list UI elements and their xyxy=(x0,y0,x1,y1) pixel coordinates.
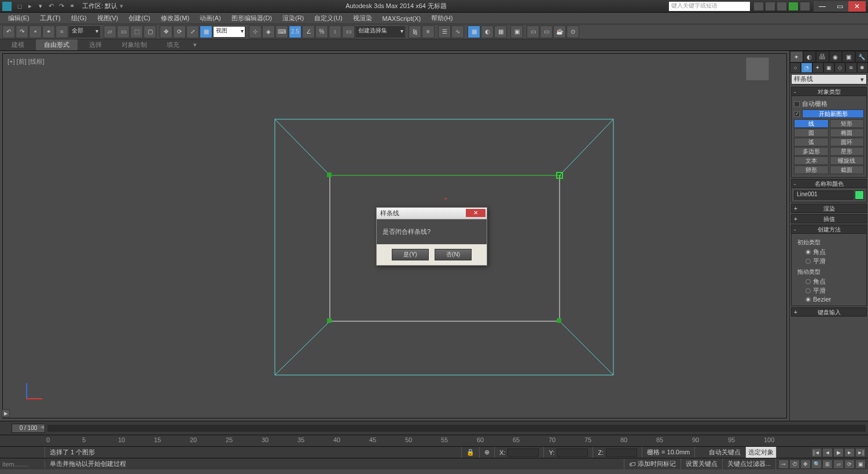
nav-zoomall-icon[interactable]: ⊞ xyxy=(822,460,833,469)
key-mode-icon[interactable]: ⊸ xyxy=(778,460,789,469)
tool-snap[interactable]: 2.5 xyxy=(289,25,301,38)
search-input[interactable]: 键入关键字或短语 xyxy=(669,2,750,11)
dialog-close-icon[interactable]: ✕ xyxy=(466,209,486,217)
btn-line[interactable]: 线 xyxy=(794,119,829,128)
save-icon[interactable]: ▾ xyxy=(36,2,45,11)
tab-model[interactable]: 建模 xyxy=(3,39,32,50)
tool-render-online[interactable]: ⊙ xyxy=(567,25,579,38)
category-combo[interactable]: 样条线 xyxy=(791,74,867,84)
rollout-render[interactable]: 渲染 xyxy=(791,204,867,213)
tool-rotate[interactable]: ⟳ xyxy=(173,25,186,38)
selset-combo[interactable]: 创建选择集 xyxy=(355,26,405,38)
radio-init-smooth[interactable] xyxy=(806,259,811,264)
menu-customize[interactable]: 自定义(U) xyxy=(310,13,347,24)
rollout-namecolor[interactable]: 名称和颜色 xyxy=(791,179,867,188)
redo-icon[interactable]: ↷ xyxy=(57,2,66,11)
btn-startnew[interactable]: 开始新图形 xyxy=(802,109,864,118)
tool-rect[interactable]: ⬚ xyxy=(130,25,143,38)
nav-pan-icon[interactable]: ✥ xyxy=(800,460,811,469)
color-swatch[interactable] xyxy=(855,190,864,200)
goto-end-icon[interactable]: ►| xyxy=(855,448,866,457)
tab-freeform[interactable]: 自由形式 xyxy=(36,39,78,50)
tool-bind[interactable]: ≈ xyxy=(56,25,68,38)
btn-egg[interactable]: 卵形 xyxy=(794,166,829,174)
dialog-yes-button[interactable]: 是(Y) xyxy=(392,249,429,260)
cmdtab-utilities[interactable]: 🔧 xyxy=(855,51,869,63)
menu-create[interactable]: 创建(C) xyxy=(124,13,155,24)
open-icon[interactable]: ▸ xyxy=(25,2,35,11)
tool-window[interactable]: ▢ xyxy=(144,25,156,38)
tab-populate[interactable]: 填充 xyxy=(159,39,187,50)
radio-init-corner[interactable] xyxy=(806,249,811,255)
dialog-no-button[interactable]: 否(N) xyxy=(435,249,472,260)
exchange-btn[interactable] xyxy=(777,2,787,11)
minimize-button[interactable]: — xyxy=(814,1,831,12)
timeline[interactable]: 0 / 100 xyxy=(0,421,868,435)
chk-autogrid[interactable] xyxy=(794,101,800,107)
play-icon[interactable]: ▶ xyxy=(833,448,844,457)
keymode-combo[interactable]: 选定对象 xyxy=(746,447,777,458)
tool-undo[interactable]: ↶ xyxy=(2,25,15,38)
next-frame-icon[interactable]: ► xyxy=(844,448,855,457)
nav-max-icon[interactable]: ▣ xyxy=(855,460,866,469)
sub-helpers[interactable]: ◇ xyxy=(834,63,845,73)
tool-percent[interactable]: % xyxy=(315,25,328,38)
btn-donut[interactable]: 圆环 xyxy=(830,138,865,146)
coord-icon[interactable]: ⊕ xyxy=(484,449,490,456)
cmdtab-display[interactable]: ▣ xyxy=(842,51,855,63)
setkey-btn[interactable]: 设置关键点 xyxy=(681,458,723,469)
maximize-button[interactable]: ▭ xyxy=(831,1,848,12)
tool-select[interactable]: ▱ xyxy=(104,25,116,38)
radio-drag-smooth[interactable] xyxy=(806,288,811,293)
tool-layers[interactable]: ☰ xyxy=(438,25,451,38)
nav-orbit-icon[interactable]: ⟳ xyxy=(844,460,855,469)
signin-btn[interactable] xyxy=(765,2,775,11)
rollout-interp[interactable]: 插值 xyxy=(791,214,867,223)
keyfilter-btn[interactable]: 关键点过滤器... xyxy=(723,458,776,469)
tool-spinner[interactable]: ↕ xyxy=(329,25,341,38)
tool-render[interactable]: ☕ xyxy=(553,25,566,38)
sub-shapes[interactable]: ◔ xyxy=(801,63,812,73)
tool-move[interactable]: ✥ xyxy=(160,25,172,38)
tool-link[interactable]: ⚬ xyxy=(29,25,42,38)
tool-angle[interactable]: ∠ xyxy=(302,25,315,38)
menu-tools[interactable]: 工具(T) xyxy=(35,13,65,24)
menu-maxscript[interactable]: MAXScript(X) xyxy=(378,14,426,23)
autokey-btn[interactable]: 自动关键点 xyxy=(704,447,746,458)
menu-grapheditors[interactable]: 图形编辑器(D) xyxy=(227,13,277,24)
menu-modifiers[interactable]: 修改器(M) xyxy=(156,13,194,24)
tool-redo[interactable]: ↷ xyxy=(16,25,28,38)
scope-combo[interactable]: 全部 xyxy=(69,26,100,38)
chk-startnew[interactable]: ✓ xyxy=(794,111,800,117)
x-field[interactable] xyxy=(507,449,539,457)
anim-play-icon[interactable]: ▶ xyxy=(2,409,10,417)
workspace-label[interactable]: 工作区: 默认 xyxy=(82,2,117,10)
cmdtab-motion[interactable]: ◉ xyxy=(829,51,843,63)
tool-placement[interactable]: ▦ xyxy=(200,25,212,38)
prev-frame-icon[interactable]: ◄ xyxy=(822,448,833,457)
view-combo[interactable]: 视图 xyxy=(213,26,245,38)
btn-arc[interactable]: 弧 xyxy=(794,138,829,146)
tag-icon[interactable]: 🏷 xyxy=(629,461,635,468)
tool-unlink[interactable]: ⚭ xyxy=(42,25,55,38)
menu-rendering[interactable]: 渲染(R) xyxy=(278,13,308,24)
cmdtab-create[interactable]: ✦ xyxy=(790,51,803,63)
help-btn[interactable] xyxy=(800,2,810,11)
tool-align[interactable]: ≡ xyxy=(422,25,435,38)
tool-name[interactable]: ▭ xyxy=(117,25,130,38)
timeline-scroll[interactable] xyxy=(47,425,866,432)
btn-rect[interactable]: 矩形 xyxy=(830,119,865,128)
sub-geom[interactable]: ○ xyxy=(790,63,801,73)
btn-ngon[interactable]: 多边形 xyxy=(794,147,829,156)
tool-keyboard[interactable]: ⌨ xyxy=(275,25,288,38)
sub-lights[interactable]: ✦ xyxy=(812,63,823,73)
menu-lighting[interactable]: 视渲染 xyxy=(348,13,377,24)
menu-help[interactable]: 帮助(H) xyxy=(426,13,457,24)
menu-animation[interactable]: 动画(A) xyxy=(195,13,226,24)
tool-curve[interactable]: ∿ xyxy=(451,25,464,38)
tool-rfw[interactable]: ▣ xyxy=(510,25,523,38)
menu-group[interactable]: 组(G) xyxy=(67,13,91,24)
btn-star[interactable]: 星形 xyxy=(830,147,865,156)
sub-btn[interactable] xyxy=(788,2,799,11)
rollout-kbinput[interactable]: 键盘输入 xyxy=(791,307,867,317)
